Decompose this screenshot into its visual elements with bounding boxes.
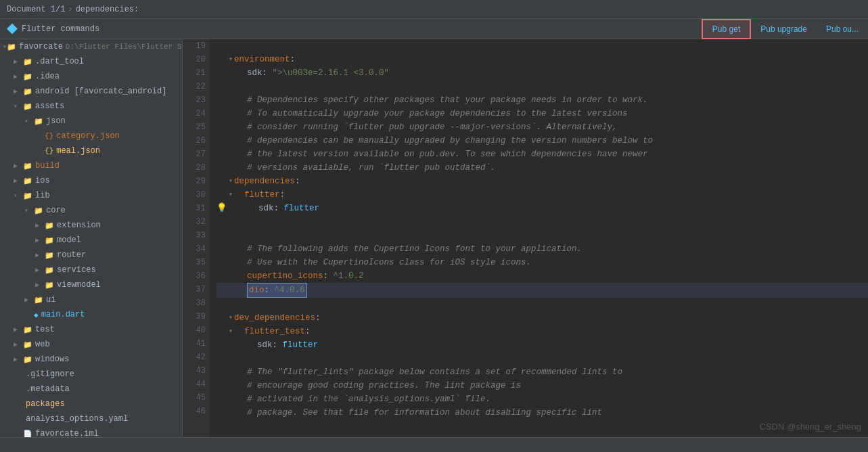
line-indent — [216, 284, 229, 297]
pub-upgrade-button[interactable]: Pub upgrade — [751, 19, 817, 39]
sidebar-item-favorcate_iml[interactable]: 📄 favorcate.iml — [0, 426, 182, 437]
code-line — [216, 39, 868, 53]
sidebar-item-idea[interactable]: ▶ 📁 .idea — [0, 69, 182, 84]
sidebar-item-meal_json[interactable]: {} meal.json — [0, 143, 182, 158]
file-icon: 📁 — [45, 236, 54, 245]
sidebar-item-main_dart[interactable]: ◆ main.dart — [0, 307, 182, 322]
code-line: sdk: flutter — [216, 338, 868, 352]
code-line: # activated in the `analysis_options.yam… — [216, 392, 868, 406]
sidebar-item-json[interactable]: ▾ 📁 json — [0, 114, 182, 129]
tree-item-label: .gitignore — [26, 369, 74, 379]
colon: : — [323, 269, 334, 283]
file-icon: 📁 — [23, 340, 32, 349]
tree-arrow: ▶ — [14, 177, 23, 185]
colon: : — [274, 202, 284, 215]
file-icon: 📁 — [7, 43, 16, 51]
tree-arrow: ▶ — [35, 236, 45, 244]
sidebar-item-assets[interactable]: ▾ 📁 assets — [0, 99, 182, 114]
sdk-key: sdk — [237, 66, 262, 80]
fold-space — [229, 134, 237, 148]
main-content: ▾ 📁 favorcate D:\Flutter Files\Flutter S… — [0, 39, 868, 437]
code-line: ▾dependencies: — [216, 175, 868, 188]
sidebar-item-ui[interactable]: ▶ 📁 ui — [0, 292, 182, 307]
sidebar-item-model[interactable]: ▶ 📁 model — [0, 233, 182, 248]
code-line: # the latest version available on pub.de… — [216, 148, 868, 161]
colon: : — [315, 311, 321, 325]
line-indent — [216, 66, 229, 80]
tree-item-label: model — [57, 235, 81, 245]
sidebar-item-metadata[interactable]: .metadata — [0, 382, 182, 397]
file-icon: 📁 — [23, 102, 32, 111]
fold-space — [229, 148, 237, 161]
flutter-icon — [7, 24, 18, 35]
sidebar-item-android[interactable]: ▶ 📁 android [favorcatc_android] — [0, 84, 182, 99]
file-icon: 📁 — [34, 117, 43, 126]
tree-item-label: router — [57, 250, 86, 260]
line-number: 26 — [183, 134, 206, 148]
sidebar-item-dart_tool[interactable]: ▶ 📁 .dart_tool — [0, 54, 182, 69]
line-indent — [216, 338, 229, 352]
sidebar-item-packages[interactable]: packages — [0, 397, 182, 411]
code-line: ▾ flutter: — [216, 188, 868, 202]
fold-space — [229, 338, 237, 352]
file-icon: 📁 — [23, 162, 32, 171]
sidebar-item-ios[interactable]: ▶ 📁 ios — [0, 173, 182, 188]
sidebar-item-analysis_options[interactable]: analysis_options.yaml — [0, 411, 182, 426]
sidebar-item-router[interactable]: ▶ 📁 router — [0, 248, 182, 263]
sidebar-item-gitignore[interactable]: .gitignore — [0, 367, 182, 382]
breadcrumb-doc: Document 1/1 — [7, 5, 65, 14]
line-number: 34 — [183, 242, 206, 256]
code-area[interactable]: ▾environment: sdk: ">\u003e=2.16.1 <3.0.… — [210, 39, 868, 437]
sidebar-item-viewmodel[interactable]: ▶ 📁 viewmodel — [0, 277, 182, 292]
line-number: 28 — [183, 161, 206, 175]
pub-outdated-button[interactable]: Pub ou... — [817, 19, 868, 39]
yaml-key: dev_dependencies — [234, 311, 315, 325]
tree-item-label: main.dart — [41, 310, 85, 319]
tree-item-label: json — [46, 116, 66, 126]
comment-text: # dependencies can be manually upgraded … — [237, 134, 653, 148]
sidebar-item-test[interactable]: ▶ 📁 test — [0, 322, 182, 337]
sidebar-item-core[interactable]: ▾ 📁 core — [0, 203, 182, 218]
editor-content[interactable]: 1920212223242526272829303132333435363738… — [183, 39, 868, 437]
line-indent — [216, 325, 229, 338]
tree-arrow: ▶ — [14, 355, 23, 363]
line-number: 19 — [183, 39, 206, 53]
file-icon: {} — [45, 132, 53, 140]
sidebar-item-favorcate[interactable]: ▾ 📁 favorcate D:\Flutter Files\Flutter S… — [0, 39, 182, 54]
pkg-val: ^4.0.6 — [275, 286, 305, 295]
line-indent — [216, 148, 229, 161]
code-line: ▾ flutter_test: — [216, 325, 868, 338]
code-line — [216, 298, 868, 311]
bottom-bar — [0, 437, 868, 452]
line-indent — [216, 229, 229, 242]
fold-arrow: ▾ — [229, 188, 233, 202]
comment-text: # encourage good coding practices. The l… — [237, 379, 521, 392]
tree-arrow: ▶ — [14, 162, 23, 170]
comment-text: # consider running `flutter pub upgrade … — [237, 120, 618, 134]
pkg-key: cupertino_icons — [247, 269, 323, 283]
code-line: # The "flutter_lints" package below cont… — [216, 365, 868, 379]
sdk-value: flutter — [284, 202, 320, 215]
sdk-key: sdk — [237, 338, 273, 352]
line-numbers: 1920212223242526272829303132333435363738… — [183, 39, 210, 437]
pub-get-button[interactable]: Pub get — [702, 19, 751, 39]
yaml-key: flutter_test — [244, 325, 305, 338]
sidebar-item-web[interactable]: ▶ 📁 web — [0, 337, 182, 352]
sidebar-item-build[interactable]: ▶ 📁 build — [0, 158, 182, 173]
line-indent — [216, 53, 229, 66]
sidebar-item-lib[interactable]: ▾ 📁 lib — [0, 188, 182, 203]
sidebar-item-services[interactable]: ▶ 📁 services — [0, 263, 182, 277]
sidebar-item-category_json[interactable]: {} category.json — [0, 129, 182, 143]
editor: 1920212223242526272829303132333435363738… — [183, 39, 868, 437]
line-number: 23 — [183, 93, 206, 107]
code-line: dio: ^4.0.6 — [216, 283, 868, 298]
colon: : — [273, 338, 283, 352]
code-line: ▾environment: — [216, 53, 868, 66]
tree-item-label: meal.json — [56, 146, 100, 156]
comment-text: # To automatically upgrade your package … — [237, 107, 628, 120]
sidebar-item-windows[interactable]: ▶ 📁 windows — [0, 352, 182, 367]
top-bar: Document 1/1 › dependencies: — [0, 0, 868, 19]
breadcrumb: Document 1/1 › dependencies: — [7, 5, 139, 14]
sidebar-item-extension[interactable]: ▶ 📁 extension — [0, 218, 182, 233]
comment-text: # activated in the `analysis_options.yam… — [237, 392, 490, 406]
